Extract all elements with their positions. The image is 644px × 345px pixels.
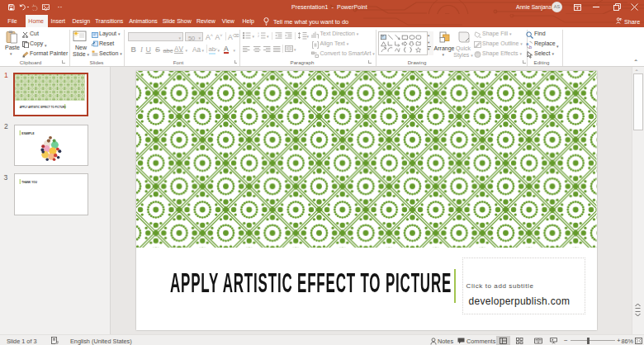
svg-text:THANK YOU: THANK YOU — [21, 181, 37, 184]
svg-text:EXAMPLE: EXAMPLE — [21, 131, 34, 135]
svg-text:2: 2 — [258, 35, 259, 38]
svg-text:APPLY ARTISTIC EFFECT TO PICTU: APPLY ARTISTIC EFFECT TO PICTURE — [19, 106, 65, 109]
